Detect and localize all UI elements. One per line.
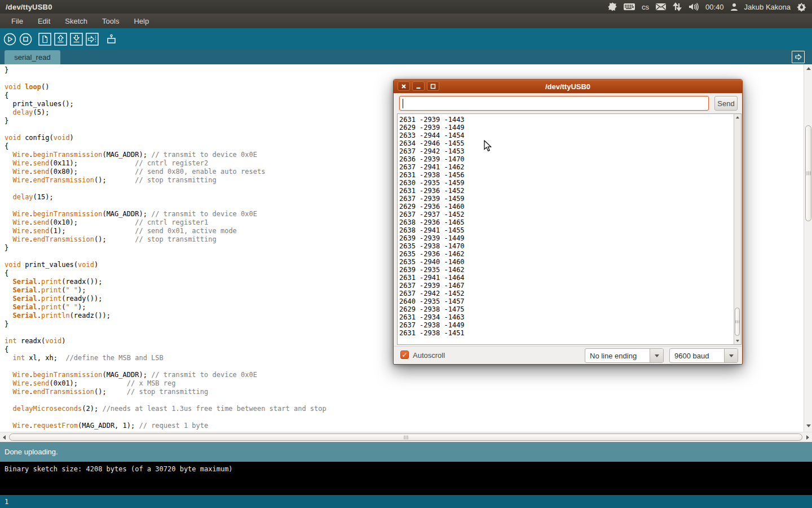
upload-button[interactable] (86, 33, 99, 46)
stop-button[interactable] (19, 33, 32, 46)
serial-monitor-titlebar[interactable]: /dev/ttyUSB0 (394, 80, 742, 93)
network-sync-icon[interactable] (673, 2, 682, 11)
serial-data-row: 2631 -2938 -1451 (399, 329, 734, 337)
vertical-scroll-thumb[interactable] (735, 308, 740, 336)
serial-data-row: 2635 -2938 -1470 (399, 242, 734, 250)
serial-vertical-scrollbar[interactable] (734, 113, 742, 345)
serial-data-row: 2629 -2936 -1460 (399, 203, 734, 211)
serial-data-row: 2638 -2936 -1465 (399, 218, 734, 226)
line-ending-select[interactable]: No line ending (585, 348, 664, 363)
serial-monitor-window: /dev/ttyUSB0 Send 2631 -2939 -14432629 -… (393, 79, 743, 365)
send-row: Send (394, 93, 742, 115)
volume-icon[interactable] (688, 2, 699, 11)
serial-data-row: 2635 -2936 -1462 (399, 250, 734, 258)
system-tray: cs 00:40 Jakub Kakona (608, 2, 812, 12)
scroll-down-arrow[interactable] (736, 340, 739, 342)
menu-item-file[interactable]: File (5, 15, 30, 28)
chevron-down-icon (655, 354, 659, 357)
serial-data-row: 2636 -2939 -1470 (399, 155, 734, 163)
text-caret (403, 99, 403, 108)
console-text: Binary sketch size: 4208 bytes (of a 307… (5, 465, 233, 473)
keyboard-layout-icon[interactable] (623, 3, 636, 11)
session-gear-icon[interactable] (797, 2, 806, 12)
menu-bar: FileEditSketchToolsHelp (0, 14, 812, 28)
serial-data-row: 2637 -2937 -1452 (399, 211, 734, 218)
mail-icon[interactable] (655, 3, 667, 11)
serial-data-row: 2633 -2944 -1454 (399, 132, 734, 139)
code-line: Wire.requestFrom(MAG_ADDR, 1); // reques… (5, 422, 804, 430)
serial-data-row: 2639 -2935 -1462 (399, 266, 734, 274)
scroll-down-arrow[interactable] (806, 424, 811, 427)
tab-label: serial_read (14, 53, 50, 62)
serial-data-row: 2631 -2941 -1464 (399, 274, 734, 282)
thumb-grip (404, 435, 408, 439)
window-title: /dev/ttyUSB0 (0, 3, 52, 11)
toolbar (0, 28, 812, 50)
line-number: 1 (5, 498, 8, 506)
serial-monitor-button[interactable] (105, 33, 118, 46)
thumb-grip (735, 321, 739, 323)
menu-item-sketch[interactable]: Sketch (58, 15, 94, 28)
thumb-grip (806, 172, 810, 176)
scroll-left-arrow[interactable] (3, 435, 6, 440)
code-line: Wire.beginTransmission(MAG_ADDR); // tra… (5, 371, 804, 379)
serial-data-row: 2637 -2939 -1459 (399, 195, 734, 203)
window-buttons (398, 81, 439, 91)
scroll-up-arrow[interactable] (806, 67, 811, 70)
code-line: Wire.endTransmission(); // stop transmit… (5, 388, 804, 396)
serial-data-row: 2629 -2939 -1449 (399, 124, 734, 132)
serial-data-row: 2631 -2938 -1456 (399, 171, 734, 179)
serial-data-row: 2640 -2935 -1457 (399, 297, 734, 305)
serial-data-row: 2631 -2936 -1452 (399, 187, 734, 195)
open-button[interactable] (54, 33, 67, 46)
maximize-button[interactable] (427, 81, 439, 91)
baud-rate-select[interactable]: 9600 baud (669, 348, 738, 363)
minimize-button[interactable] (412, 81, 425, 91)
editor-vertical-scrollbar[interactable] (804, 64, 812, 432)
scroll-right-arrow[interactable] (806, 435, 809, 440)
indicator-pinwheel-icon[interactable] (608, 2, 617, 11)
dropdown-arrow-button[interactable] (650, 349, 663, 362)
horizontal-scroll-thumb[interactable] (9, 433, 802, 441)
autoscroll-label: Autoscroll (413, 351, 445, 360)
tab-serial-read[interactable]: serial_read (5, 50, 60, 64)
code-line: Wire.send(0x01); // x MSB reg (5, 379, 804, 388)
serial-data-row: 2635 -2940 -1460 (399, 258, 734, 266)
code-line: } (5, 66, 804, 75)
editor-horizontal-scrollbar[interactable] (0, 432, 812, 442)
menu-item-tools[interactable]: Tools (95, 15, 126, 28)
serial-output-area[interactable]: 2631 -2939 -14432629 -2939 -14492633 -29… (397, 113, 734, 345)
chevron-down-icon (729, 354, 734, 357)
tab-menu-button[interactable] (792, 51, 805, 63)
scroll-up-arrow[interactable] (736, 116, 739, 119)
menu-item-edit[interactable]: Edit (31, 15, 57, 28)
console-output: Binary sketch size: 4208 bytes (of a 307… (0, 462, 812, 495)
vertical-scroll-thumb[interactable] (805, 125, 811, 221)
serial-data-row: 2637 -2938 -1449 (399, 321, 734, 329)
serial-data-row: 2637 -2942 -1452 (399, 290, 734, 297)
save-button[interactable] (70, 33, 83, 46)
serial-send-input[interactable] (399, 96, 709, 111)
code-line (5, 413, 804, 422)
close-button[interactable] (398, 81, 410, 91)
dropdown-arrow-button[interactable] (724, 349, 738, 362)
code-line (5, 396, 804, 405)
line-ending-value: No line ending (585, 349, 650, 362)
keyboard-layout-label[interactable]: cs (642, 3, 649, 11)
new-button[interactable] (38, 33, 51, 46)
status-message: Done uploading. (5, 448, 58, 456)
verify-button[interactable] (3, 33, 16, 46)
user-name[interactable]: Jakub Kakona (744, 3, 791, 11)
serial-data-row: 2637 -2939 -1467 (399, 282, 734, 290)
line-indicator-bar: 1 (0, 495, 812, 508)
menu-item-help[interactable]: Help (127, 15, 156, 28)
mouse-cursor (484, 140, 493, 155)
tab-bar: serial_read (0, 50, 812, 64)
send-button[interactable]: Send (714, 96, 738, 111)
desktop: /dev/ttyUSB0 cs 00:40 Jakub Kakona FileE… (0, 0, 812, 508)
clock[interactable]: 00:40 (705, 3, 724, 11)
autoscroll-checkbox[interactable]: ✓ (400, 351, 409, 359)
serial-data-row: 2638 -2941 -1455 (399, 226, 734, 234)
user-icon (730, 3, 738, 11)
system-panel: /dev/ttyUSB0 cs 00:40 Jakub Kakona (0, 0, 812, 14)
